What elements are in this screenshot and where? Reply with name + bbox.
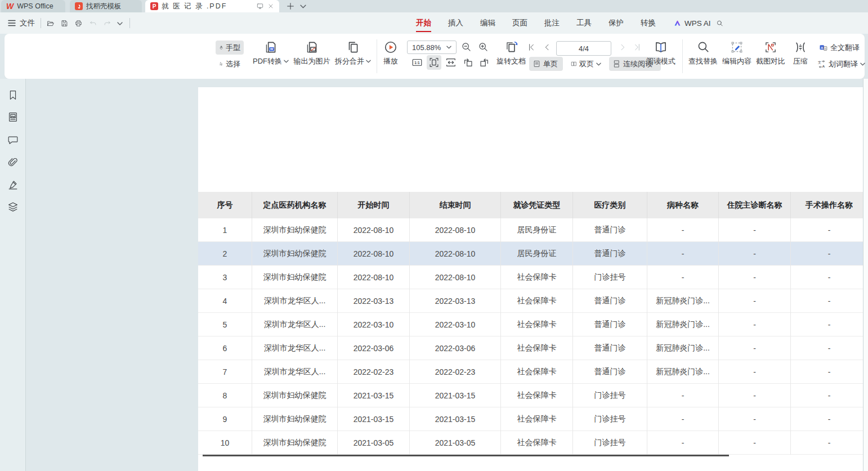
redo-icon[interactable] <box>103 20 111 28</box>
word-translate-icon: 文A <box>817 60 826 69</box>
divider <box>682 39 683 73</box>
menu-page[interactable]: 页面 <box>511 12 529 34</box>
table-cell: - <box>719 360 791 384</box>
table-cell: 2022-03-13 <box>410 289 501 313</box>
quick-access-chevron-icon[interactable] <box>117 22 123 25</box>
zoom-in-button[interactable] <box>477 41 489 53</box>
table-cell: 深圳市妇幼保健院 <box>252 266 338 289</box>
table-row: 3深圳市妇幼保健院2022-08-102022-08-10社会保障卡门诊挂号--… <box>198 266 868 289</box>
compress-button[interactable]: 压缩 <box>788 40 813 65</box>
tab-docer-templates[interactable]: 找稻壳模板 <box>70 0 142 12</box>
play-button[interactable]: 播放 <box>378 40 404 65</box>
table-cell: 5 <box>198 313 252 337</box>
save-icon[interactable] <box>60 19 69 28</box>
tab-label: WPS Office <box>17 2 53 10</box>
split-merge-icon <box>346 40 360 55</box>
table-cell: - <box>647 431 719 455</box>
fit-width-button[interactable] <box>444 55 458 70</box>
file-menu[interactable]: 文件 <box>19 12 36 34</box>
thumbnails-icon[interactable] <box>7 111 19 123</box>
single-page-button[interactable]: 单页 <box>529 57 563 71</box>
table-cell: 居民身份证 <box>501 218 573 242</box>
table-header-cell: 定点医药机构名称 <box>252 192 338 218</box>
table-cell: - <box>719 266 791 289</box>
table-header-cell: 住院主诊断名称 <box>719 192 791 218</box>
close-tab-icon[interactable] <box>267 3 274 10</box>
zoom-out-button[interactable] <box>460 41 472 53</box>
export-image-icon <box>305 40 319 55</box>
menu-home[interactable]: 开始 <box>415 12 432 34</box>
hand-tool-button[interactable]: 手型 <box>216 41 244 55</box>
split-merge-button[interactable]: 拆分合并 <box>333 40 373 65</box>
table-cell: 社会保障卡 <box>501 313 573 337</box>
next-page-button[interactable] <box>618 43 627 52</box>
previous-page-button[interactable] <box>543 43 552 52</box>
table-cell: 2022-03-06 <box>338 337 410 360</box>
menu-search-icon[interactable] <box>715 19 724 28</box>
select-tool-button[interactable]: 选择 <box>216 57 244 71</box>
double-page-button[interactable]: 双页 <box>567 57 605 71</box>
table-cell: - <box>719 431 791 455</box>
table-cell: - <box>647 242 719 266</box>
menu-insert[interactable]: 插入 <box>447 12 464 34</box>
first-page-button[interactable] <box>527 43 536 52</box>
table-cell: 8 <box>198 384 252 407</box>
monitor-icon[interactable] <box>256 2 264 10</box>
tab-list-chevron-icon[interactable] <box>300 5 306 8</box>
table-cell: 2022-03-10 <box>410 313 501 337</box>
menu-wps-ai[interactable]: WPS AI <box>672 12 712 34</box>
print-icon[interactable] <box>74 19 83 28</box>
menu-tools[interactable]: 工具 <box>575 12 593 34</box>
table-cell: 新冠肺炎门诊... <box>647 337 719 360</box>
signature-icon[interactable] <box>7 178 19 191</box>
undo-icon[interactable] <box>89 20 97 28</box>
menubar: 文件 开始 插入 编辑 页面 批注 工具 保护 转换 WPS AI <box>0 12 868 34</box>
page-number-input[interactable]: 4/4 <box>556 41 611 56</box>
layers-icon[interactable] <box>7 201 19 213</box>
find-replace-button[interactable]: 查找替换 <box>687 40 719 65</box>
last-page-button[interactable] <box>633 43 642 52</box>
table-cell: 普通门诊 <box>573 289 647 313</box>
fit-page-button[interactable] <box>427 55 441 70</box>
full-text-translate-button[interactable]: A文 全文翻译 <box>815 41 863 55</box>
table-cell: 深圳市龙华区人... <box>252 289 338 313</box>
table-cell: - <box>791 242 868 266</box>
table-cell: - <box>791 337 868 360</box>
comments-icon[interactable] <box>7 134 19 146</box>
screenshot-compare-button[interactable]: 截图对比 <box>754 40 787 65</box>
table-cell: - <box>791 266 868 289</box>
zoom-level-select[interactable]: 105.88% <box>407 41 457 54</box>
attachments-icon[interactable] <box>7 156 19 169</box>
tab-wps-office[interactable]: W WPS Office <box>1 0 65 12</box>
rotate-document-button[interactable]: 旋转文档 <box>494 40 528 65</box>
pdf-convert-button[interactable]: W PDF转换 <box>251 40 290 65</box>
svg-text:A: A <box>821 46 824 49</box>
bookmark-icon[interactable] <box>7 89 19 101</box>
divider <box>129 18 130 28</box>
open-file-icon[interactable] <box>46 19 55 28</box>
tab-document-pdf[interactable]: P 就 医 记 录 .PDF <box>145 0 279 12</box>
table-cell: 2022-02-23 <box>338 360 410 384</box>
table-cell: 2022-08-10 <box>338 242 410 266</box>
wps-ai-logo-icon <box>673 19 682 27</box>
rotate-right-button[interactable] <box>477 55 491 70</box>
word-translate-button[interactable]: 文A 划词翻译 <box>814 57 868 71</box>
new-tab-button[interactable] <box>286 2 295 11</box>
read-mode-button[interactable]: 阅读模式 <box>644 40 678 65</box>
divider <box>41 18 41 28</box>
menu-protect[interactable]: 保护 <box>607 12 625 34</box>
main-menu-icon[interactable] <box>8 20 16 26</box>
menu-convert[interactable]: 转换 <box>639 12 657 34</box>
compress-icon <box>793 40 808 55</box>
rotate-left-button[interactable] <box>461 55 476 70</box>
table-cell: 2022-02-23 <box>410 360 501 384</box>
table-header-cell: 医疗类别 <box>573 192 647 218</box>
vertical-scrollbar[interactable] <box>863 79 868 471</box>
table-cell: 深圳市龙华区人... <box>252 313 338 337</box>
actual-size-button[interactable]: 1:1 <box>410 55 424 70</box>
edit-content-button[interactable]: 编辑内容 <box>721 40 753 65</box>
tab-label: 就 医 记 录 .PDF <box>162 2 253 11</box>
export-as-image-button[interactable]: 输出为图片 <box>292 40 332 65</box>
menu-comment[interactable]: 批注 <box>543 12 561 34</box>
menu-edit[interactable]: 编辑 <box>479 12 496 34</box>
